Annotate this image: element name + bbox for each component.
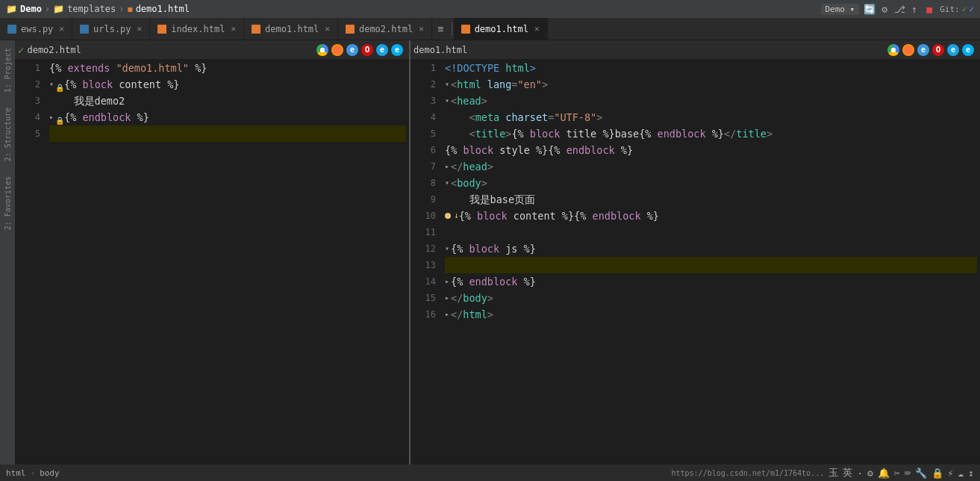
left-edge2-icon[interactable]: e: [391, 44, 403, 56]
bottom-icon-gear[interactable]: ⚙: [867, 468, 873, 479]
left-ln-5: 5: [18, 125, 40, 142]
left-code-area[interactable]: 1 2 3 4 5 {% extends "demo1.html" %} ▾🔒{…: [15, 60, 409, 465]
right-fold-3[interactable]: ▾: [445, 93, 449, 109]
right-ie-icon[interactable]: e: [947, 44, 959, 56]
left-l1-brace1: {: [49, 60, 55, 76]
left-opera-icon[interactable]: O: [361, 44, 373, 56]
tab-urls[interactable]: urls.py ✕: [72, 18, 150, 40]
left-l1-extends: extends: [67, 60, 110, 76]
sidebar-item-structure[interactable]: 2: Structure: [1, 100, 14, 169]
right-code-line-7: ▸</head>: [445, 158, 977, 175]
stop-icon[interactable]: ■: [923, 3, 935, 15]
bottom-icon-lock[interactable]: 🔒: [931, 468, 943, 479]
breadcrumb-templates[interactable]: templates: [67, 4, 116, 14]
tab-more-btn[interactable]: ≡: [432, 23, 450, 34]
bottom-icon-keyboard[interactable]: ⌨: [905, 468, 911, 479]
right-fold-7[interactable]: ▸: [445, 158, 449, 175]
tab-label-index: index.html: [171, 24, 225, 34]
tab-demo2[interactable]: demo2.html ✕: [338, 18, 432, 40]
bottom-icon-lightning[interactable]: ⚡: [948, 468, 954, 479]
right-ln-7: 7: [413, 158, 436, 175]
right-code-line-6: {% block style %}{% endblock %}: [445, 142, 977, 158]
left-l3-text: 我是demo2: [49, 93, 125, 109]
right-chrome-icon[interactable]: [887, 44, 899, 56]
status-url: https://blog.csdn.net/m1/1764to...: [672, 469, 825, 477]
sidebar-item-project[interactable]: 1: Project: [1, 40, 14, 100]
left-fold-4[interactable]: ▸: [49, 109, 54, 125]
right-ln-12: 12: [413, 241, 436, 257]
right-line-numbers: 1 2 3 4 5 6 7 8 9 10 11 12 13 14 15 16: [411, 60, 442, 465]
left-ie-icon[interactable]: e: [376, 44, 388, 56]
bottom-icon-yu[interactable]: 玉: [828, 466, 838, 480]
right-ln-1: 1: [413, 60, 436, 76]
right-editor-panel: demo1.html e O e e 1 2 3 4: [411, 40, 980, 465]
bottom-icon-cloud[interactable]: ☁: [958, 468, 964, 479]
right-code-line-1: <!DOCTYPE html>: [445, 60, 977, 76]
left-code-lines: {% extends "demo1.html" %} ▾🔒{% block co…: [46, 60, 409, 465]
right-l13-empty: [445, 257, 451, 273]
tab-close-urls[interactable]: ✕: [137, 24, 143, 34]
sync-icon[interactable]: ↑: [908, 3, 920, 15]
bottom-icons: https://blog.csdn.net/m1/1764to... 玉 英 ·…: [672, 466, 975, 480]
right-code-line-13: [445, 257, 977, 273]
tab-close-index[interactable]: ✕: [231, 24, 236, 34]
tab-label-demo2: demo2.html: [359, 24, 413, 34]
tab-close-demo1r[interactable]: ✕: [534, 24, 540, 34]
right-opera-icon[interactable]: O: [932, 44, 944, 56]
bottom-icon-scissors[interactable]: ✂: [894, 468, 900, 479]
bottom-icon-updown[interactable]: ↕: [968, 468, 974, 479]
bottom-icon-bell[interactable]: 🔔: [878, 468, 890, 479]
right-code-line-14: ▸{% endblock %}: [445, 273, 977, 290]
git-check-icon: ✓: [962, 4, 967, 14]
right-ln-6: 6: [413, 142, 436, 158]
tab-index[interactable]: index.html ✕: [150, 18, 244, 40]
tab-close-ews[interactable]: ✕: [59, 24, 64, 34]
tab-icon-demo2: [346, 25, 355, 34]
left-check-icon: ✓: [18, 44, 24, 56]
left-ln-2: 2: [18, 76, 40, 93]
right-ln-4: 4: [413, 109, 436, 125]
left-fold-2[interactable]: ▾: [49, 76, 54, 93]
right-firefox-icon[interactable]: [902, 44, 914, 56]
left-ln-1: 1: [18, 60, 40, 76]
right-fold-2[interactable]: ▾: [445, 76, 449, 93]
left-code-line-1: {% extends "demo1.html" %}: [49, 60, 406, 76]
tab-demo1-right[interactable]: demo1.html ✕: [454, 18, 548, 40]
project-icon: 📁: [6, 4, 17, 14]
sidebar-item-favorites[interactable]: 2: Favorites: [1, 169, 14, 238]
refresh-icon[interactable]: 🔄: [864, 3, 876, 15]
left-firefox-icon[interactable]: [331, 44, 343, 56]
left-ln-4: 4: [18, 109, 40, 125]
left-editor-panel: ✓ demo2.html e O e e 1 2 3: [15, 40, 411, 465]
right-ln-3: 3: [413, 93, 436, 109]
right-fold-15[interactable]: ▸: [445, 290, 449, 306]
tab-label-demo1r: demo1.html: [475, 24, 528, 34]
right-browser-icons: e O e e: [884, 43, 977, 58]
right-fold-16[interactable]: ▸: [445, 306, 449, 323]
right-ln-8: 8: [413, 175, 436, 191]
tab-close-demo2[interactable]: ✕: [419, 24, 424, 34]
bottom-html: html: [6, 468, 26, 478]
settings-icon[interactable]: ⚙: [878, 3, 890, 15]
right-edge2-icon[interactable]: e: [962, 44, 974, 56]
tab-close-demo1l[interactable]: ✕: [325, 24, 330, 34]
bottom-icon-wrench[interactable]: 🔧: [915, 468, 927, 479]
tab-demo1-left[interactable]: demo1.html ✕: [244, 18, 338, 40]
title-bar-left: 📁 Demo › 📁 templates › ◼ demo1.html: [6, 4, 190, 14]
left-sidebar: 1: Project 2: Structure 2: Favorites: [0, 40, 15, 465]
project-dropdown[interactable]: Demo ▾: [821, 4, 860, 15]
right-fold-12[interactable]: ▾: [445, 241, 449, 257]
left-chrome-icon[interactable]: [316, 44, 328, 56]
right-code-area[interactable]: 1 2 3 4 5 6 7 8 9 10 11 12 13 14 15 16: [411, 60, 980, 465]
left-ln-3: 3: [18, 93, 40, 109]
branch-icon[interactable]: ⎇: [893, 3, 905, 15]
right-fold-14[interactable]: ▸: [445, 273, 449, 290]
bottom-icon-en[interactable]: 英: [843, 466, 852, 480]
right-ln-16: 16: [413, 306, 436, 323]
left-edge-icon[interactable]: e: [346, 44, 358, 56]
tab-separator: [452, 22, 452, 36]
right-edge-icon[interactable]: e: [917, 44, 929, 56]
tab-ews[interactable]: ews.py ✕: [0, 18, 72, 40]
breadcrumb-project[interactable]: Demo: [20, 4, 42, 14]
right-fold-8[interactable]: ▾: [445, 175, 449, 191]
